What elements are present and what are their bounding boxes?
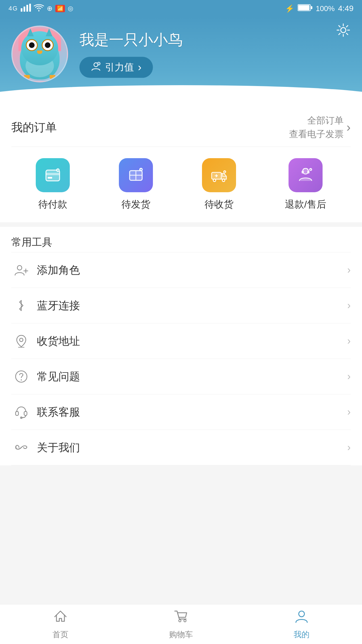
add-role-icon [11,263,31,277]
svg-rect-2 [26,5,28,12]
svg-point-33 [17,265,22,270]
battery-percent: 100% [316,4,335,13]
tab-cart[interactable]: 购物车 [121,609,241,640]
refund-label: 退款/售后 [285,198,326,211]
section-divider-1 [0,222,362,227]
cart-tab-icon [174,609,188,627]
svg-text:✦: ✦ [310,168,312,171]
extra-icon: ◎ [68,5,73,12]
all-orders-label: 全部订单 [289,114,344,127]
svg-point-25 [223,179,224,181]
mine-tab-icon [294,609,309,627]
order-item-pending-receive[interactable]: ✦ 待收货 [202,158,236,211]
order-item-pending-payment[interactable]: ✦ 待付款 [36,158,70,211]
gravity-btn-label: 引力值 [105,61,134,74]
bottom-spacer [0,465,362,511]
usb-icon: ⊕ [47,5,52,12]
svg-point-43 [179,620,181,622]
menu-item-address[interactable]: 收货地址 › [11,323,351,359]
tab-mine[interactable]: 我的 [241,609,362,640]
svg-rect-3 [29,4,31,12]
svg-rect-12 [46,173,60,175]
svg-text:✦: ✦ [57,169,59,172]
faq-label: 常见问题 [37,369,347,384]
svg-point-45 [299,611,304,617]
svg-text:+: + [98,63,100,65]
support-chevron: › [347,406,351,418]
orders-title: 我的订单 [11,120,57,135]
bluetooth-label: 蓝牙连接 [37,298,347,313]
orders-chevron: › [346,120,351,134]
pending-ship-label: 待发货 [121,198,150,211]
order-item-refund[interactable]: ✦ 退款/售后 [285,158,326,211]
menu-item-about[interactable]: 关于我们 › [11,430,351,465]
bluetooth-icon: ⚡ [285,4,294,13]
bluetooth-icon [11,298,31,313]
pending-receive-icon: ✦ [202,158,236,192]
order-item-pending-ship[interactable]: ✦ 待发货 [119,158,153,211]
svg-rect-6 [311,6,312,9]
about-chevron: › [347,442,351,453]
faq-chevron: › [347,371,351,382]
orders-right[interactable]: 全部订单 查看电子发票 › [289,114,351,141]
add-role-label: 添加角色 [37,263,347,277]
svg-rect-0 [21,8,22,12]
address-label: 收货地址 [37,334,347,348]
signal-bars [21,4,31,14]
faq-icon [11,369,31,384]
orders-right-text: 全部订单 查看电子发票 [289,114,344,141]
time-display: 4:49 [338,4,354,13]
avatar[interactable] [11,26,68,82]
address-chevron: › [347,335,351,347]
battery-icon [298,4,312,13]
address-icon [11,334,31,348]
tab-bar: 首页 购物车 我的 [0,604,362,644]
pending-receive-label: 待收货 [205,198,233,211]
signal-icon: 4G [9,5,18,12]
notification-icon: 📶 [55,5,65,12]
support-label: 联系客服 [37,405,347,419]
home-tab-icon [53,609,68,627]
avatar-image [16,28,64,80]
orders-grid: ✦ 待付款 ✦ 待发货 [11,147,351,222]
bluetooth-chevron: › [347,300,351,311]
svg-rect-1 [24,7,25,12]
profile-area: 我是一只小小鸟 + 引力值 › [11,23,351,82]
profile-info: 我是一只小小鸟 + 引力值 › [79,30,183,78]
svg-point-23 [214,179,215,181]
profile-username: 我是一只小小鸟 [79,30,183,50]
pending-ship-icon: ✦ [119,158,153,192]
tab-home[interactable]: 首页 [0,609,121,640]
svg-point-44 [184,620,186,622]
status-bar: 4G ⊕ 📶 ◎ ⚡ 100% 4:49 [0,0,362,17]
gravity-btn-icon: + [91,61,101,74]
gravity-btn-arrow: › [138,61,142,74]
svg-point-39 [21,379,22,380]
add-role-chevron: › [347,264,351,276]
svg-rect-5 [298,5,310,10]
svg-text:✦: ✦ [140,168,142,171]
menu-item-bluetooth[interactable]: 蓝牙连接 › [11,288,351,323]
support-icon [11,405,31,419]
about-label: 关于我们 [37,440,347,455]
svg-point-36 [20,338,23,342]
invoice-label: 查看电子发票 [289,127,344,141]
wifi-icon [34,4,44,14]
svg-text:✦: ✦ [224,171,226,173]
svg-rect-30 [307,171,310,173]
orders-header: 我的订单 全部订单 查看电子发票 › [11,105,351,147]
svg-rect-40 [16,411,18,415]
gravity-button[interactable]: + 引力值 › [79,57,153,78]
svg-rect-29 [302,171,304,173]
menu-item-support[interactable]: 联系客服 › [11,394,351,430]
menu-item-faq[interactable]: 常见问题 › [11,359,351,394]
pending-payment-icon: ✦ [36,158,70,192]
tools-section: 常用工具 添加角色 › 蓝牙连接 › [0,227,362,465]
status-left-icons: 4G ⊕ 📶 ◎ [9,4,73,14]
refund-icon: ✦ [289,158,323,192]
svg-rect-13 [48,177,52,179]
pending-payment-label: 待付款 [38,198,67,211]
status-right: ⚡ 100% 4:49 [285,4,353,13]
mine-tab-label: 我的 [294,629,310,640]
menu-item-add-role[interactable]: 添加角色 › [11,252,351,288]
